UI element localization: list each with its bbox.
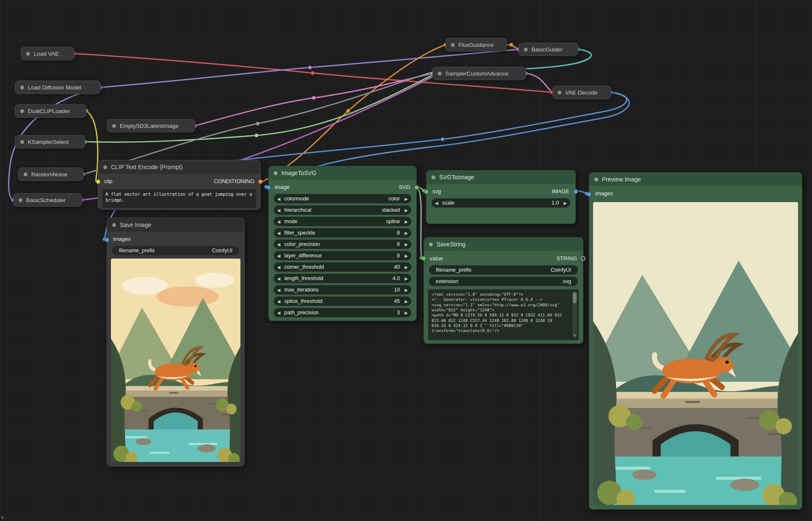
scroll-down-arrow-icon[interactable]: ▾: [572, 333, 577, 338]
node-svgtoimage[interactable]: SVGToImage svg IMAGE ◀ scale 1.0 ▶: [426, 170, 576, 224]
node-clip-text-encode[interactable]: CLIP Text Encode (Prompt) clip CONDITION…: [98, 160, 261, 210]
increment-arrow-icon[interactable]: ▶: [402, 310, 408, 315]
increment-arrow-icon[interactable]: ▶: [402, 299, 408, 304]
node-title: ImageToSVG: [281, 170, 316, 176]
collapse-dot[interactable]: [24, 173, 27, 176]
collapse-dot[interactable]: [432, 175, 435, 179]
widget-length-threshold[interactable]: ◀ length_threshold 4.0 ▶: [274, 274, 411, 283]
node-load-vae[interactable]: Load VAE: [21, 47, 75, 60]
widget-colormode[interactable]: ◀ colormode color ▶: [274, 194, 411, 203]
prompt-textarea[interactable]: A flat vector art illustration of a goat…: [103, 189, 256, 208]
collapse-dot[interactable]: [438, 72, 442, 76]
node-ksamplerselect[interactable]: KSamplerSelect: [15, 135, 85, 148]
increment-arrow-icon[interactable]: ▶: [402, 265, 408, 270]
increment-arrow-icon[interactable]: ▶: [402, 208, 408, 213]
input-port-images[interactable]: [105, 238, 109, 242]
node-imagetosvg[interactable]: ImageToSVG image SVG ◀ colormode color ▶…: [268, 166, 417, 321]
widget-hierarchical[interactable]: ◀ hierarchical stacked ▶: [274, 205, 411, 215]
node-title: VAE Decode: [565, 89, 597, 96]
node-samplercustomadvance[interactable]: SamplerCustomAdvance: [432, 67, 526, 80]
increment-arrow-icon[interactable]: ▶: [561, 201, 567, 205]
widget-filename-prefix[interactable]: filename_prefix ComfyUI: [429, 265, 578, 275]
node-dualcliploader[interactable]: DualCLIPLoader: [15, 104, 86, 118]
collapse-dot[interactable]: [558, 91, 561, 94]
widget-max-iterations[interactable]: ◀ max_iterations 10 ▶: [274, 285, 411, 294]
widget-layer-difference[interactable]: ◀ layer_difference 8 ▶: [274, 251, 411, 260]
output-port-conditioning[interactable]: [258, 179, 263, 184]
widget-filename-prefix[interactable]: filename_prefix ComfyUI: [112, 246, 239, 255]
increment-arrow-icon[interactable]: ▶: [402, 231, 408, 235]
node-basicscheduler[interactable]: BasicScheduler: [13, 193, 82, 207]
node-save-image[interactable]: Save Image images filename_prefix ComfyU…: [107, 218, 245, 467]
widget-color-precision[interactable]: ◀ color_precision 6 ▶: [274, 240, 411, 249]
collapse-dot[interactable]: [594, 178, 598, 181]
collapse-dot[interactable]: [20, 86, 24, 89]
collapse-dot[interactable]: [19, 198, 22, 202]
decrement-arrow-icon[interactable]: ◀: [277, 265, 283, 270]
decrement-arrow-icon[interactable]: ◀: [277, 276, 283, 281]
widget-mode[interactable]: ◀ mode spline ▶: [274, 217, 411, 226]
collapse-dot[interactable]: [451, 43, 455, 47]
collapse-dot[interactable]: [524, 48, 528, 51]
node-savestring[interactable]: SaveString value STRING filename_prefix …: [424, 237, 583, 344]
collapse-dot[interactable]: [26, 52, 30, 56]
decrement-arrow-icon[interactable]: ◀: [277, 197, 283, 201]
widget-filter-speckle[interactable]: ◀ filter_speckle 8 ▶: [274, 228, 411, 238]
decrement-arrow-icon[interactable]: ◀: [277, 231, 283, 235]
output-port-string[interactable]: [581, 256, 585, 261]
node-fluxguidance[interactable]: FluxGuidance: [445, 38, 507, 51]
increment-arrow-icon[interactable]: ▶: [402, 197, 408, 201]
scrollbar-thumb[interactable]: [573, 292, 577, 303]
collapse-dot[interactable]: [103, 165, 107, 169]
svg-source-box[interactable]: <?xml version="1.0" encoding="UTF-8"?> <…: [428, 289, 579, 340]
increment-arrow-icon[interactable]: ▶: [402, 288, 408, 292]
scrollbar[interactable]: ▾: [572, 292, 577, 338]
node-vae-decode[interactable]: VAE Decode: [552, 86, 611, 99]
decrement-arrow-icon[interactable]: ◀: [435, 201, 441, 205]
collapse-dot[interactable]: [20, 140, 24, 144]
decrement-arrow-icon[interactable]: ◀: [277, 242, 283, 247]
collapse-dot[interactable]: [112, 124, 116, 128]
node-header[interactable]: Save Image: [107, 218, 244, 232]
node-header[interactable]: ImageToSVG: [269, 166, 416, 180]
wire-sampler-to-vae: [526, 73, 552, 92]
node-preview-image[interactable]: Preview Image images: [589, 172, 802, 510]
increment-arrow-icon[interactable]: ▶: [402, 276, 408, 281]
input-port-svg[interactable]: [424, 189, 429, 194]
decrement-arrow-icon[interactable]: ◀: [277, 208, 283, 213]
increment-arrow-icon[interactable]: ▶: [402, 254, 408, 258]
input-port-image[interactable]: [266, 185, 271, 190]
decrement-arrow-icon[interactable]: ◀: [277, 299, 283, 304]
node-emptysd3latentimage[interactable]: EmptySD3LatentImage: [107, 119, 195, 132]
decrement-arrow-icon[interactable]: ◀: [277, 310, 283, 315]
node-header[interactable]: SVGToImage: [426, 170, 575, 184]
widget-corner-threshold[interactable]: ◀ corner_threshold 40 ▶: [274, 262, 411, 272]
collapse-dot[interactable]: [429, 243, 433, 246]
comfyui-canvas[interactable]: { "canvas": {"corner_label": "s"}, "coll…: [0, 0, 812, 521]
collapse-dot[interactable]: [20, 109, 24, 113]
widget-path-precision[interactable]: ◀ path_precision 3 ▶: [274, 308, 411, 317]
node-header[interactable]: CLIP Text Encode (Prompt): [98, 160, 260, 174]
decrement-arrow-icon[interactable]: ◀: [277, 254, 283, 258]
collapse-dot[interactable]: [274, 171, 278, 175]
decrement-arrow-icon[interactable]: ◀: [277, 288, 283, 292]
node-basicguider[interactable]: BasicGuider: [518, 43, 578, 56]
node-header[interactable]: Preview Image: [589, 173, 802, 186]
collapse-dot[interactable]: [112, 223, 116, 227]
input-port-value[interactable]: [421, 256, 426, 261]
widget-splice-threshold[interactable]: ◀ splice_threshold 45 ▶: [274, 297, 411, 306]
node-header[interactable]: SaveString: [424, 238, 583, 251]
node-title: SamplerCustomAdvance: [445, 70, 508, 77]
node-randomnoise[interactable]: RandomNoise: [18, 167, 84, 181]
widget-extension[interactable]: extension .svg: [429, 277, 578, 286]
input-port-images[interactable]: [587, 192, 591, 197]
increment-arrow-icon[interactable]: ▶: [402, 219, 408, 224]
output-port-svg[interactable]: [414, 185, 419, 190]
input-port-clip[interactable]: [96, 179, 100, 184]
decrement-arrow-icon[interactable]: ◀: [277, 219, 283, 224]
increment-arrow-icon[interactable]: ▶: [402, 242, 408, 247]
widget-scale[interactable]: ◀ scale 1.0 ▶: [432, 198, 570, 208]
wire-conditioning: [263, 45, 445, 181]
output-port-image[interactable]: [573, 189, 578, 194]
node-load-diffusion-model[interactable]: Load Diffusion Model: [15, 81, 101, 94]
